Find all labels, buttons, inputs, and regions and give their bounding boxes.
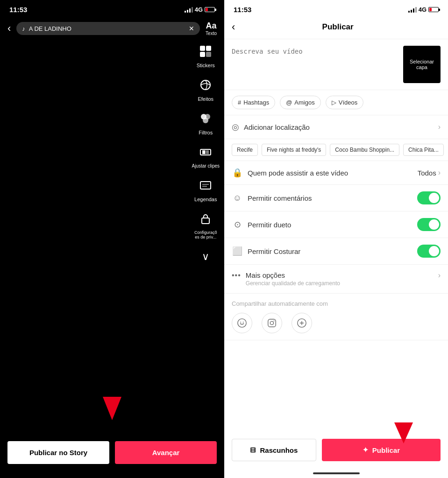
back-button-right[interactable]: ‹ <box>232 21 235 33</box>
home-indicator <box>224 469 448 478</box>
filters-tool[interactable]: Filtros <box>196 109 215 135</box>
svg-rect-9 <box>202 150 205 154</box>
duet-row: ⊙ Permitir dueto <box>224 211 448 238</box>
music-note-icon: ♪ <box>22 25 25 32</box>
more-tools-chevron[interactable]: ∨ <box>202 251 209 263</box>
friends-pill[interactable]: @ Amigos <box>280 96 321 109</box>
privacy-setting-icon: 🔒 <box>232 168 243 178</box>
adjust-icon <box>196 143 215 162</box>
drafts-button[interactable]: ⊟ Rascunhos <box>232 439 316 461</box>
red-arrow-left <box>96 373 128 422</box>
effects-label: Efeitos <box>198 96 213 102</box>
share-title: Compartilhar automaticamente com <box>232 300 441 307</box>
instagram-share-button[interactable] <box>262 313 282 333</box>
svg-rect-3 <box>206 52 211 57</box>
status-icons-right: 4G <box>408 6 439 13</box>
svg-point-21 <box>274 321 275 322</box>
privacy-row[interactable]: 🔒 Quem pode assistir a este vídeo Todos … <box>224 161 448 185</box>
location-chevron-icon: › <box>438 123 441 131</box>
svg-rect-8 <box>200 149 211 155</box>
drafts-label: Rascunhos <box>260 446 298 454</box>
signal-icon <box>185 7 193 13</box>
text-size-button[interactable]: Aa Texto <box>206 21 217 36</box>
svg-rect-0 <box>200 46 205 51</box>
signal-icon-right <box>408 7 417 13</box>
tag-row: # Hashtags @ Amigos ▷ Vídeos <box>224 90 448 115</box>
status-bar-right: 11:53 4G <box>224 0 448 17</box>
suggestion-chica[interactable]: Chica Pita... <box>403 144 444 156</box>
share-section: Compartilhar automaticamente com <box>224 294 448 340</box>
bottom-actions: ⊟ Rascunhos ✦ Publicar <box>224 431 448 469</box>
hashtags-label: Hashtags <box>243 99 269 106</box>
back-button-left[interactable]: ‹ <box>7 22 11 35</box>
comments-toggle[interactable] <box>417 191 441 204</box>
svg-point-18 <box>243 322 244 323</box>
hashtags-pill[interactable]: # Hashtags <box>232 96 275 109</box>
bottom-section: ⊟ Rascunhos ✦ Publicar <box>224 431 448 478</box>
cover-label: Selecionar capa <box>403 57 441 72</box>
captions-tool[interactable]: Legendas <box>194 176 217 202</box>
location-label: Adicionar localização <box>244 123 438 131</box>
other-share-button[interactable] <box>292 313 312 333</box>
texto-label: Texto <box>206 31 217 36</box>
top-bar-left: ‹ ♪ A DE LADINHO ✕ Aa Texto <box>0 17 224 40</box>
svg-rect-13 <box>202 186 207 187</box>
more-label: Mais opções <box>246 271 438 279</box>
music-pill[interactable]: ♪ A DE LADINHO ✕ <box>16 22 200 35</box>
description-area: Selecionar capa <box>224 39 448 90</box>
drafts-icon: ⊟ <box>250 446 256 454</box>
share-plus-icon <box>297 318 307 328</box>
cover-select-button[interactable]: Selecionar capa <box>403 46 441 83</box>
publish-label: Publicar <box>372 446 400 454</box>
stitch-label: Permitir Costurar <box>248 247 417 255</box>
video-icon: ▷ <box>332 99 336 106</box>
captions-label: Legendas <box>194 197 217 202</box>
whatsapp-icon <box>237 318 247 328</box>
privacy-setting-label: Quem pode assistir a este vídeo <box>248 169 418 177</box>
more-options-row[interactable]: ••• Mais opções Gerenciar qualidade de c… <box>224 265 448 294</box>
suggestion-coco[interactable]: Coco Bambu Shoppin... <box>330 144 399 156</box>
privacy-tool[interactable]: Configurações de priv... <box>194 210 217 239</box>
publish-story-button[interactable]: Publicar no Story <box>7 441 109 464</box>
suggestions-row: Recife Five nights at freddy's Coco Bamb… <box>224 139 448 161</box>
effects-icon <box>196 76 215 94</box>
publish-button[interactable]: ✦ Publicar <box>322 439 441 461</box>
left-panel: 11:53 4G ‹ ♪ A DE LADINHO ✕ Aa Texto <box>0 0 224 478</box>
instagram-icon <box>267 318 277 328</box>
comments-row: ☺ Permitir comentários <box>224 185 448 211</box>
svg-point-16 <box>238 319 246 327</box>
more-dots-icon: ••• <box>232 271 241 280</box>
bottom-buttons-left: Publicar no Story Avançar <box>0 441 224 464</box>
right-panel: 11:53 4G ‹ Publicar Selecionar capa <box>224 0 448 478</box>
toggle-knob <box>429 193 439 203</box>
suggestion-recife[interactable]: Recife <box>232 144 258 156</box>
privacy-icon <box>196 210 215 228</box>
toggle-knob-duet <box>429 219 439 230</box>
suggestion-fnaf[interactable]: Five nights at freddy's <box>262 144 326 156</box>
comments-label: Permitir comentários <box>248 194 417 202</box>
videos-pill[interactable]: ▷ Vídeos <box>326 96 363 109</box>
hashtag-icon: # <box>238 99 241 106</box>
music-label: A DE LADINHO <box>29 25 71 32</box>
advance-button[interactable]: Avançar <box>115 441 217 464</box>
svg-point-20 <box>270 321 273 324</box>
at-icon: @ <box>286 99 292 106</box>
location-row[interactable]: ◎ Adicionar localização › <box>224 115 448 139</box>
duet-toggle[interactable] <box>417 218 441 231</box>
close-music-button[interactable]: ✕ <box>189 25 194 32</box>
publish-header: ‹ Publicar <box>224 17 448 39</box>
stitch-row: ⬜ Permitir Costurar <box>224 238 448 265</box>
stickers-tool[interactable]: Stickers <box>196 42 215 68</box>
svg-rect-14 <box>202 218 209 224</box>
svg-point-4 <box>201 80 210 90</box>
stitch-toggle[interactable] <box>417 245 441 258</box>
home-bar <box>313 472 360 474</box>
toggle-knob-stitch <box>429 246 439 256</box>
duet-icon: ⊙ <box>232 219 243 230</box>
adjust-clips-tool[interactable]: Ajustar clipes <box>192 143 220 169</box>
whatsapp-share-button[interactable] <box>232 313 252 333</box>
description-input[interactable] <box>232 46 398 83</box>
stitch-icon: ⬜ <box>232 246 243 256</box>
effects-tool[interactable]: Efeitos <box>196 76 215 102</box>
adjust-label: Ajustar clipes <box>192 163 220 169</box>
